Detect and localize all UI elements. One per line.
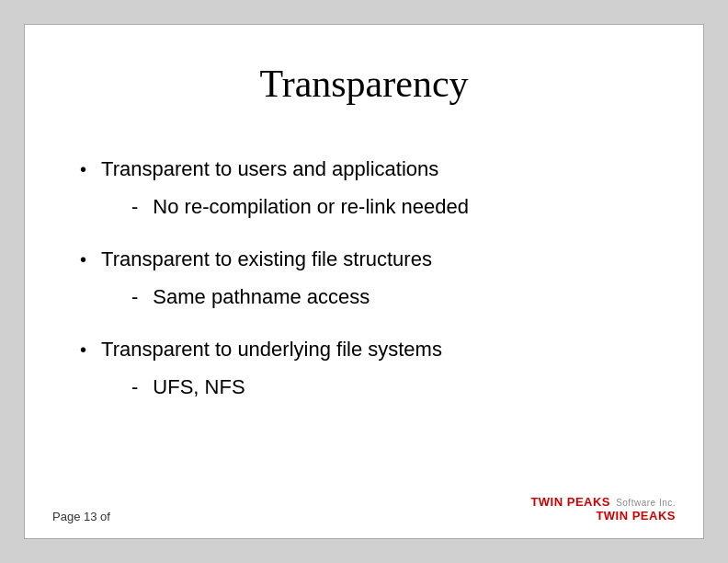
bullet-text-1: Transparent to users and applications <box>101 154 438 184</box>
bullet-dot-3: • <box>80 336 86 363</box>
logo-line1: TWIN PEAKS Software Inc. <box>530 495 676 510</box>
slide-title: Transparency <box>80 62 648 121</box>
sub-dash-2-1: - <box>131 282 138 312</box>
sub-text-2-1: Same pathname access <box>153 282 370 312</box>
bullet-group-1: • Transparent to users and applications … <box>80 154 648 235</box>
logo-area: TWIN PEAKS Software Inc. TWIN PEAKS <box>530 495 676 523</box>
bullet-dot-1: • <box>80 155 86 183</box>
bullet-item-1: • Transparent to users and applications <box>80 154 648 184</box>
slide: Transparency • Transparent to users and … <box>24 24 704 539</box>
bullet-item-3: • Transparent to underlying file systems <box>80 334 648 364</box>
logo-line3: TWIN PEAKS <box>596 509 676 523</box>
bullet-group-2: • Transparent to existing file structure… <box>80 244 648 325</box>
bullet-item-2: • Transparent to existing file structure… <box>80 244 648 274</box>
sub-item-1-1: - No re-compilation or re-link needed <box>131 191 648 222</box>
sub-text-3-1: UFS, NFS <box>153 372 245 402</box>
bullet-dot-2: • <box>80 246 86 273</box>
sub-item-2-1: - Same pathname access <box>131 282 648 312</box>
sub-text-1-1: No re-compilation or re-link needed <box>153 191 469 222</box>
bullet-group-3: • Transparent to underlying file systems… <box>80 334 648 415</box>
page-number: Page 13 of <box>52 510 110 523</box>
sub-dash-1-1: - <box>131 191 138 222</box>
slide-footer: Page 13 of TWIN PEAKS Software Inc. TWIN… <box>52 495 676 523</box>
bullet-text-2: Transparent to existing file structures <box>101 244 432 274</box>
sub-dash-3-1: - <box>131 372 138 402</box>
slide-content: • Transparent to users and applications … <box>80 154 648 483</box>
sub-item-3-1: - UFS, NFS <box>131 372 648 402</box>
bullet-text-3: Transparent to underlying file systems <box>101 334 442 364</box>
